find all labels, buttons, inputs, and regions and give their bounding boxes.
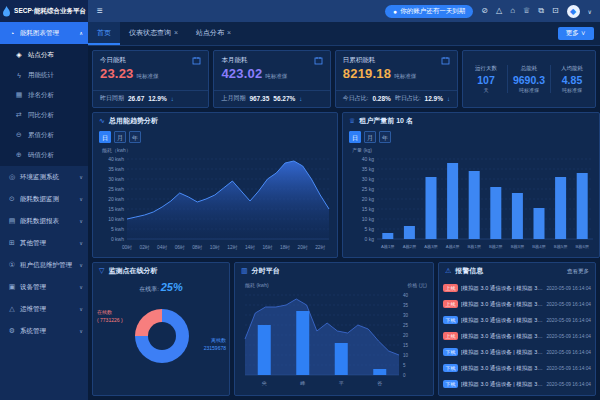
period-tab-月[interactable]: 月	[114, 131, 126, 143]
sidebar-group-其他管理[interactable]: ⊞其他管理∨	[0, 232, 88, 254]
avatar[interactable]: ◆	[567, 5, 580, 18]
svg-text:40: 40	[403, 293, 409, 298]
ops-icon: △	[8, 305, 16, 313]
sidebar-item-累值分析[interactable]: ⊖累值分析	[0, 125, 88, 145]
period-tab-年[interactable]: 年	[379, 131, 391, 143]
period-tab-日[interactable]: 日	[99, 131, 111, 143]
period-tab-年[interactable]: 年	[129, 131, 141, 143]
topbar-actions: ● 你的账户还有一天到期 ⊘△⌂♕⧉⊡ ◆ ∨	[385, 5, 600, 18]
trend-chart-svg: 0 kwh5 kwh10 kwh15 kwh20 kwh25 kwh30 kwh…	[97, 145, 333, 257]
funnel-icon: ▽	[99, 267, 104, 275]
chevron-down-icon: ∨	[79, 174, 83, 180]
svg-text:尖: 尖	[262, 380, 267, 386]
arrow-down-icon: ↓	[447, 96, 450, 102]
app-title: SECP·能耗综合业务平台	[14, 7, 86, 16]
alarm-row[interactable]: 下线[模拟器 3.0 通信设备 | 模拟器 3.0...2020-05-09 1…	[443, 344, 591, 360]
online-rate-value: 25%	[161, 281, 183, 293]
kpi-delta: 12.9%	[148, 95, 166, 102]
calendar-icon	[314, 56, 323, 65]
top-bar: SECP·能耗综合业务平台 ≡ ● 你的账户还有一天到期 ⊘△⌂♕⧉⊡ ◆ ∨	[0, 0, 600, 22]
alarm-bell-icon: ⚠	[445, 267, 451, 275]
sidebar-group-设备管理[interactable]: ▣设备管理∨	[0, 276, 88, 298]
status-badge: 下线	[443, 380, 458, 388]
period-tab-日[interactable]: 日	[349, 131, 361, 143]
pie-chart-icon: ◔	[8, 30, 16, 37]
svg-text:00时: 00时	[122, 245, 132, 250]
alert-icon[interactable]: △	[496, 7, 502, 15]
view-more-link[interactable]: 查看更多	[567, 268, 589, 275]
fullscreen-icon[interactable]: ⊡	[552, 7, 559, 15]
sidebar-group-能耗数据监测[interactable]: ⊙能耗数据监测∨	[0, 188, 88, 210]
svg-text:B栋1层: B栋1层	[467, 244, 481, 250]
chevron-down-icon[interactable]: ∨	[588, 8, 592, 15]
period-tab-月[interactable]: 月	[364, 131, 376, 143]
alarm-timestamp: 2020-05-09 16:14:04	[546, 302, 591, 307]
svg-text:14时: 14时	[245, 245, 255, 250]
tab-首页[interactable]: 首页	[88, 22, 120, 45]
kpi-unit: 吨标准煤	[265, 73, 287, 80]
sidebar-group-能耗图表管理[interactable]: ◔能耗图表管理∧	[0, 22, 88, 44]
trophy-icon: ♕	[349, 117, 355, 125]
svg-text:B栋3层: B栋3层	[511, 244, 525, 250]
alarm-row[interactable]: 下线[模拟器 3.0 通信设备 | 模拟器 3.0...2020-05-09 1…	[443, 360, 591, 376]
more-tabs-button[interactable]: 更多 ∨	[558, 27, 594, 40]
tab-站点分布[interactable]: 站点分布×	[187, 22, 240, 45]
alarm-row[interactable]: 下线[模拟器 3.0 通信设备 | 模拟器 3.0...2020-05-09 1…	[443, 376, 591, 392]
kpi-footer-label: 昨日同期	[100, 94, 124, 103]
sidebar-item-码值分析[interactable]: ⊕码值分析	[0, 145, 88, 165]
copy-icon[interactable]: ⧉	[538, 7, 544, 15]
svg-text:平: 平	[339, 380, 344, 386]
app-logo: SECP·能耗综合业务平台	[0, 0, 88, 22]
alarm-timestamp: 2020-05-09 16:14:04	[546, 318, 591, 323]
svg-text:06时: 06时	[175, 245, 185, 250]
status-badge: 上线	[443, 332, 458, 340]
other-icon: ⊞	[8, 239, 16, 247]
lock-icon[interactable]: ⌂	[510, 7, 515, 15]
line-chart-icon: ∿	[99, 117, 105, 125]
stat-总能耗: 总能耗9690.3吨标准煤	[507, 65, 550, 93]
sidebar-item-站点分布[interactable]: ◈站点分布	[0, 45, 88, 65]
trophy-icon[interactable]: ♕	[523, 7, 530, 15]
alarm-row[interactable]: 上线[模拟器 3.0 通信设备 | 模拟器 3.0...2020-05-09 1…	[443, 280, 591, 296]
sidebar-group-运维管理[interactable]: △运维管理∨	[0, 298, 88, 320]
kpi-card-summary-stats: 运行天数107天总能耗9690.3吨标准煤人均能耗4.85吨标准煤	[462, 50, 596, 108]
svg-text:30 kwh: 30 kwh	[108, 176, 124, 182]
svg-text:A栋2层: A栋2层	[403, 244, 417, 250]
tab-仪表状态查询[interactable]: 仪表状态查询×	[120, 22, 187, 45]
monitor-icon: ⊙	[8, 195, 16, 203]
sidebar-group-系统管理[interactable]: ⚙系统管理∨	[0, 320, 88, 342]
shield-icon[interactable]: ⊘	[481, 7, 488, 15]
sidebar-item-排名分析[interactable]: ▦排名分析	[0, 85, 88, 105]
alarm-row[interactable]: 上线[模拟器 3.0 通信设备 | 模拟器 3.0...2020-05-09 1…	[443, 328, 591, 344]
kpi-footer-value: 26.67	[128, 95, 144, 102]
energy-icon: ϟ	[15, 72, 23, 79]
sidebar-group-能耗数据报表[interactable]: ▤能耗数据报表∨	[0, 210, 88, 232]
alarm-row[interactable]: 下线[模拟器 3.0 通信设备 | 模拟器 3.0...2020-05-09 1…	[443, 312, 591, 328]
chevron-down-icon: ∨	[79, 196, 83, 202]
chevron-down-icon: ∨	[79, 306, 83, 312]
device-icon: ▣	[8, 283, 16, 291]
svg-text:15 kg: 15 kg	[362, 206, 374, 212]
alarm-timestamp: 2020-05-09 16:14:04	[546, 350, 591, 355]
sidebar-item-同比分析[interactable]: ⇄同比分析	[0, 105, 88, 125]
kpi-card-today: 今日能耗 23.23 吨标准煤 昨日同期 26.67 12.9% ↓	[92, 50, 209, 108]
kpi-row: 今日能耗 23.23 吨标准煤 昨日同期 26.67 12.9% ↓ 本月能耗 …	[92, 50, 596, 108]
notice-text: 你的账户还有一天到期	[400, 7, 465, 16]
sidebar-group-环境监测系统[interactable]: ◎环境监测系统∨	[0, 166, 88, 188]
close-icon[interactable]: ×	[174, 29, 178, 36]
alarm-message: [模拟器 3.0 通信设备 | 模拟器 3.0...	[461, 349, 543, 356]
online-rate: 在线率: 25%	[93, 281, 229, 294]
panel-title: 分时平台	[252, 266, 280, 276]
online-donut-chart	[135, 309, 189, 363]
alarm-row[interactable]: 上线[模拟器 3.0 通信设备 | 模拟器 3.0...2020-05-09 1…	[443, 296, 591, 312]
sidebar-item-用能统计[interactable]: ϟ用能统计	[0, 65, 88, 85]
close-icon[interactable]: ×	[227, 29, 231, 36]
alarm-panel: ⚠ 报警信息 查看更多 上线[模拟器 3.0 通信设备 | 模拟器 3.0...…	[438, 262, 596, 396]
flame-logo-icon	[2, 6, 11, 17]
sidebar-submenu: ◈站点分布ϟ用能统计▦排名分析⇄同比分析⊖累值分析⊕码值分析	[0, 44, 88, 166]
chevron-up-icon: ∧	[79, 30, 83, 36]
alarm-list: 上线[模拟器 3.0 通信设备 | 模拟器 3.0...2020-05-09 1…	[439, 279, 595, 393]
account-expiry-notice[interactable]: ● 你的账户还有一天到期	[385, 5, 473, 18]
sidebar-group-租户信息维护管理[interactable]: ①租户信息维护管理∨	[0, 254, 88, 276]
menu-toggle-icon[interactable]: ≡	[97, 6, 103, 16]
